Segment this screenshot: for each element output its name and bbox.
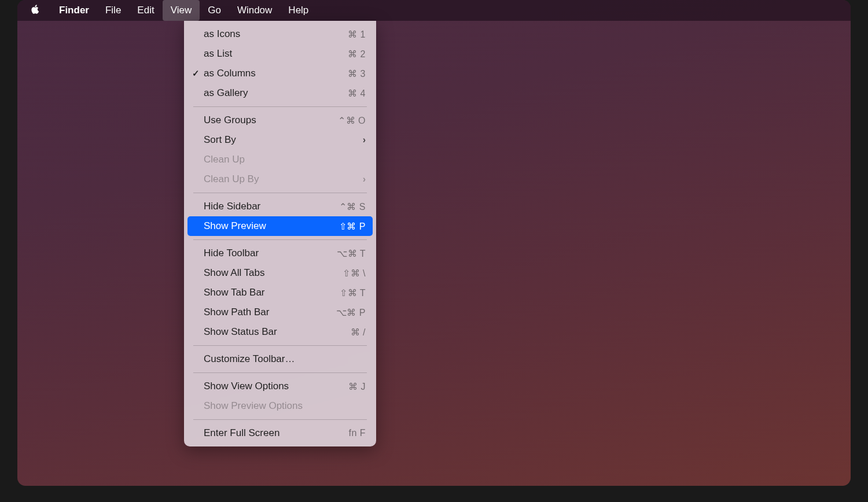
menu-item-enter-full-screen[interactable]: Enter Full Screenfn F <box>187 423 373 443</box>
menu-separator <box>193 193 367 193</box>
menubar-item-go[interactable]: Go <box>200 0 229 21</box>
menu-item-sort-by[interactable]: Sort By› <box>187 130 373 150</box>
menu-item-shortcut: ⌘ / <box>351 327 366 338</box>
menu-item-shortcut: ⌃⌘ O <box>338 115 366 126</box>
menu-item-as-gallery[interactable]: as Gallery⌘ 4 <box>187 83 373 103</box>
menu-item-shortcut: ⌘ 4 <box>348 88 366 99</box>
menu-separator <box>193 419 367 420</box>
menu-item-label: Show View Options <box>204 381 348 392</box>
menu-item-label: Use Groups <box>204 115 338 126</box>
menubar: Finder File Edit View Go Window Help <box>17 0 851 21</box>
menu-item-label: Hide Sidebar <box>204 201 339 212</box>
menu-item-clean-up: Clean Up <box>187 150 373 169</box>
menu-item-as-columns[interactable]: ✓as Columns⌘ 3 <box>187 64 373 83</box>
menu-item-clean-up-by: Clean Up By› <box>187 169 373 189</box>
menu-item-label: Show All Tabs <box>204 267 343 279</box>
menubar-item-view[interactable]: View <box>163 0 200 21</box>
view-menu-dropdown: as Icons⌘ 1as List⌘ 2✓as Columns⌘ 3as Ga… <box>184 21 376 446</box>
menubar-app-name[interactable]: Finder <box>51 0 97 21</box>
menu-item-shortcut: fn F <box>348 428 366 438</box>
menu-item-label: as Gallery <box>204 87 348 99</box>
menu-item-shortcut: ⌘ J <box>348 381 366 392</box>
menu-item-label: Clean Up By <box>204 174 363 185</box>
checkmark-icon: ✓ <box>192 68 200 79</box>
menu-item-label: Show Preview <box>204 220 339 232</box>
menubar-item-file[interactable]: File <box>97 0 129 21</box>
menu-item-label: Show Path Bar <box>204 307 336 318</box>
menu-item-as-icons[interactable]: as Icons⌘ 1 <box>187 24 373 44</box>
menu-item-hide-sidebar[interactable]: Hide Sidebar⌃⌘ S <box>187 197 373 216</box>
menu-item-show-all-tabs[interactable]: Show All Tabs⇧⌘ \ <box>187 263 373 283</box>
menu-item-label: as List <box>204 48 348 60</box>
menu-item-label: as Icons <box>204 28 348 40</box>
menu-item-label: Show Status Bar <box>204 326 351 338</box>
menu-item-show-preview-options: Show Preview Options <box>187 396 373 416</box>
menu-item-shortcut: ⌘ 2 <box>348 49 366 60</box>
menu-item-customize-toolbar[interactable]: Customize Toolbar… <box>187 349 373 369</box>
chevron-right-icon: › <box>363 135 366 145</box>
menu-item-shortcut: ⌘ 1 <box>348 29 366 40</box>
menu-item-shortcut: ⌃⌘ S <box>339 201 366 212</box>
menu-item-label: Clean Up <box>204 154 366 165</box>
menu-item-show-tab-bar[interactable]: Show Tab Bar⇧⌘ T <box>187 283 373 302</box>
menu-item-hide-toolbar[interactable]: Hide Toolbar⌥⌘ T <box>187 243 373 263</box>
menu-item-label: Hide Toolbar <box>204 248 337 259</box>
menubar-item-help[interactable]: Help <box>280 0 317 21</box>
menu-item-shortcut: ⇧⌘ P <box>339 221 366 232</box>
menu-item-as-list[interactable]: as List⌘ 2 <box>187 44 373 64</box>
menu-item-shortcut: ⇧⌘ T <box>340 287 366 298</box>
menu-separator <box>193 372 367 373</box>
menu-item-label: Customize Toolbar… <box>204 353 366 365</box>
menu-item-shortcut: ⌘ 3 <box>348 68 366 79</box>
menu-item-label: Enter Full Screen <box>204 427 348 439</box>
menu-item-label: Show Preview Options <box>204 400 366 412</box>
menu-item-show-status-bar[interactable]: Show Status Bar⌘ / <box>187 322 373 342</box>
menu-item-show-view-options[interactable]: Show View Options⌘ J <box>187 376 373 396</box>
menubar-item-edit[interactable]: Edit <box>129 0 162 21</box>
menu-item-shortcut: ⇧⌘ \ <box>343 268 366 279</box>
menu-item-shortcut: ⌥⌘ P <box>336 307 366 318</box>
menu-separator <box>193 106 367 107</box>
menu-item-use-groups[interactable]: Use Groups⌃⌘ O <box>187 110 373 130</box>
menu-separator <box>193 345 367 346</box>
menu-item-label: Sort By <box>204 134 363 146</box>
menu-item-show-path-bar[interactable]: Show Path Bar⌥⌘ P <box>187 302 373 322</box>
menubar-item-window[interactable]: Window <box>229 0 280 21</box>
menu-item-show-preview[interactable]: Show Preview⇧⌘ P <box>187 216 373 236</box>
menu-separator <box>193 239 367 240</box>
menu-item-shortcut: ⌥⌘ T <box>337 248 366 259</box>
apple-menu-icon[interactable] <box>30 4 51 17</box>
menu-item-label: Show Tab Bar <box>204 287 340 298</box>
menu-item-label: as Columns <box>204 68 348 79</box>
chevron-right-icon: › <box>363 174 366 184</box>
desktop: Finder File Edit View Go Window Help as … <box>17 0 851 486</box>
